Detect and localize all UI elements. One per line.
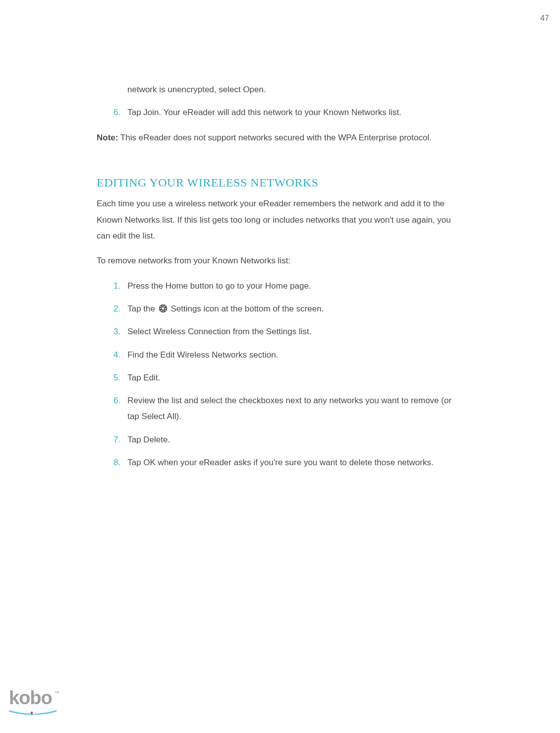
step2-pre: Tap the	[127, 304, 158, 313]
section-lead: To remove networks from your Known Netwo…	[97, 253, 463, 269]
list-item: 5. Tap Edit.	[97, 370, 463, 386]
list-item: 2. Tap the Settings icon at the bottom o…	[97, 301, 463, 317]
note-label: Note:	[97, 133, 118, 142]
list-text: Review the list and select the checkboxe…	[120, 393, 463, 425]
list-number: 5.	[97, 370, 120, 386]
list-text: Tap Join. Your eReader will add this net…	[120, 105, 463, 121]
trademark-symbol: ™	[54, 690, 59, 696]
list-number-blank	[97, 82, 120, 98]
top-partial-list: network is unencrypted, select Open. 6. …	[97, 82, 463, 121]
list-item: 7. Tap Delete.	[97, 432, 463, 448]
brand-wordmark: kobo™	[9, 688, 63, 707]
list-text: Press the Home button to go to your Home…	[120, 278, 463, 294]
page: 47 network is unencrypted, select Open. …	[0, 0, 560, 733]
list-text: Tap OK when your eReader asks if you're …	[120, 455, 463, 471]
list-item-fragment: network is unencrypted, select Open.	[97, 82, 463, 98]
svg-rect-4	[160, 308, 161, 309]
list-item: 1. Press the Home button to go to your H…	[97, 278, 463, 294]
note-text: This eReader does not support networks s…	[118, 133, 431, 142]
brand-swoosh-icon	[9, 710, 56, 715]
steps-list: 1. Press the Home button to go to your H…	[97, 278, 463, 471]
list-text: Tap the Settings icon at the bottom of t…	[120, 301, 463, 317]
svg-rect-11	[34, 712, 36, 715]
list-number: 8.	[97, 455, 120, 471]
gear-icon	[159, 304, 168, 313]
list-item: 4. Find the Edit Wireless Networks secti…	[97, 347, 463, 363]
list-number: 6.	[97, 393, 120, 425]
step2-post: Settings icon at the bottom of the scree…	[168, 304, 324, 313]
list-number: 7.	[97, 432, 120, 448]
list-item: 6. Tap Join. Your eReader will add this …	[97, 105, 463, 121]
brand-logo: kobo™	[9, 688, 63, 717]
list-text: Select Wireless Connection from the Sett…	[120, 324, 463, 340]
list-item: 6. Review the list and select the checkb…	[97, 393, 463, 425]
svg-point-1	[162, 307, 164, 310]
list-number: 6.	[97, 105, 120, 121]
svg-rect-5	[165, 308, 166, 309]
brand-name: kobo	[9, 687, 52, 708]
page-number: 47	[540, 14, 549, 23]
list-number: 4.	[97, 347, 120, 363]
svg-rect-10	[31, 712, 33, 714]
svg-rect-3	[163, 310, 164, 312]
list-item: 8. Tap OK when your eReader asks if you'…	[97, 455, 463, 471]
note-paragraph: Note: This eReader does not support netw…	[97, 130, 463, 146]
list-text: Tap Delete.	[120, 432, 463, 448]
section-intro: Each time you use a wireless network you…	[97, 196, 463, 244]
list-text: Tap Edit.	[120, 370, 463, 386]
section-heading: EDITING YOUR WIRELESS NETWORKS	[97, 172, 463, 194]
list-text: Find the Edit Wireless Networks section.	[120, 347, 463, 363]
list-number: 1.	[97, 278, 120, 294]
main-content: network is unencrypted, select Open. 6. …	[97, 82, 463, 478]
list-text: network is unencrypted, select Open.	[120, 82, 463, 98]
svg-rect-2	[163, 305, 164, 307]
list-number: 2.	[97, 301, 120, 317]
list-number: 3.	[97, 324, 120, 340]
list-item: 3. Select Wireless Connection from the S…	[97, 324, 463, 340]
